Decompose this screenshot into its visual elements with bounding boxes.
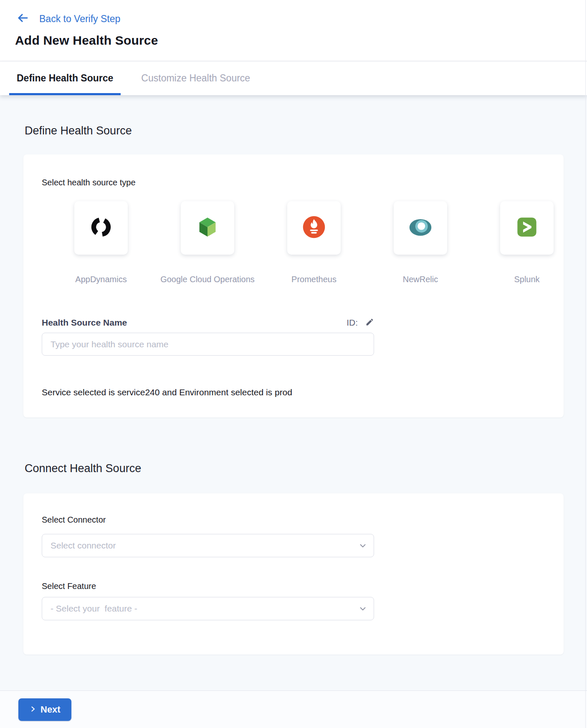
source-type-label: AppDynamics [75, 275, 127, 284]
health-source-name-input[interactable] [42, 333, 374, 356]
source-type-row: AppDynamics Google Cloud Operations [74, 201, 545, 284]
page-title: Add New Health Source [15, 33, 570, 48]
pencil-icon [365, 318, 374, 328]
google-cloud-operations-card[interactable] [181, 201, 234, 255]
define-panel: Select health source type AppDynamics [23, 154, 564, 417]
tab-customize-health-source[interactable]: Customize Health Source [134, 61, 258, 95]
drawer-right-edge [585, 0, 586, 728]
id-label: ID: [347, 318, 358, 328]
health-source-name-label: Health Source Name [42, 318, 127, 328]
splunk-card[interactable] [500, 201, 554, 255]
feature-select[interactable] [42, 597, 374, 620]
newrelic-card[interactable] [394, 201, 447, 255]
next-button-label: Next [40, 704, 61, 715]
connector-select-input[interactable] [42, 534, 374, 557]
tab-define-health-source[interactable]: Define Health Source [9, 61, 121, 95]
back-navigation[interactable]: Back to Verify Step [17, 12, 570, 26]
health-source-name-row: Health Source Name ID: [42, 318, 374, 328]
back-to-verify-link[interactable]: Back to Verify Step [39, 13, 120, 25]
google-cloud-operations-icon [196, 216, 219, 240]
connector-select[interactable] [42, 534, 374, 557]
prometheus-card[interactable] [287, 201, 341, 255]
appdynamics-icon [89, 215, 113, 240]
source-type-splunk: Splunk [500, 201, 554, 284]
arrow-left-icon[interactable] [17, 12, 29, 26]
source-type-google-cloud-operations: Google Cloud Operations [181, 201, 234, 284]
drawer-footer: Next [0, 690, 587, 728]
source-type-appdynamics: AppDynamics [74, 201, 128, 284]
splunk-icon [515, 215, 539, 241]
select-type-label: Select health source type [42, 178, 545, 187]
select-connector-label: Select Connector [42, 515, 545, 525]
identifier-wrap: ID: [347, 318, 374, 328]
appdynamics-card[interactable] [74, 201, 128, 255]
page-header: Back to Verify Step Add New Health Sourc… [0, 0, 587, 61]
next-button[interactable]: Next [18, 698, 71, 721]
source-type-newrelic: NewRelic [394, 201, 447, 284]
source-type-label: Splunk [514, 275, 539, 284]
feature-select-input[interactable] [42, 597, 374, 620]
source-type-prometheus: Prometheus [287, 201, 341, 284]
service-environment-note: Service selected is service240 and Envir… [42, 387, 545, 397]
connect-panel: Select Connector Select Feature [23, 493, 564, 655]
edit-id-button[interactable] [365, 318, 374, 328]
chevron-right-icon [29, 704, 36, 715]
source-type-label: NewRelic [403, 275, 438, 284]
prometheus-icon [302, 215, 326, 241]
connect-section-heading: Connect Health Source [25, 462, 564, 475]
health-source-tabbar: Define Health Source Customize Health So… [0, 61, 587, 95]
newrelic-icon [408, 215, 433, 241]
select-feature-label: Select Feature [42, 581, 545, 591]
source-type-label: Google Cloud Operations [160, 275, 255, 284]
define-section-heading: Define Health Source [25, 124, 564, 137]
drawer-content: Define Health Source Select health sourc… [0, 124, 587, 655]
source-type-label: Prometheus [291, 275, 337, 284]
